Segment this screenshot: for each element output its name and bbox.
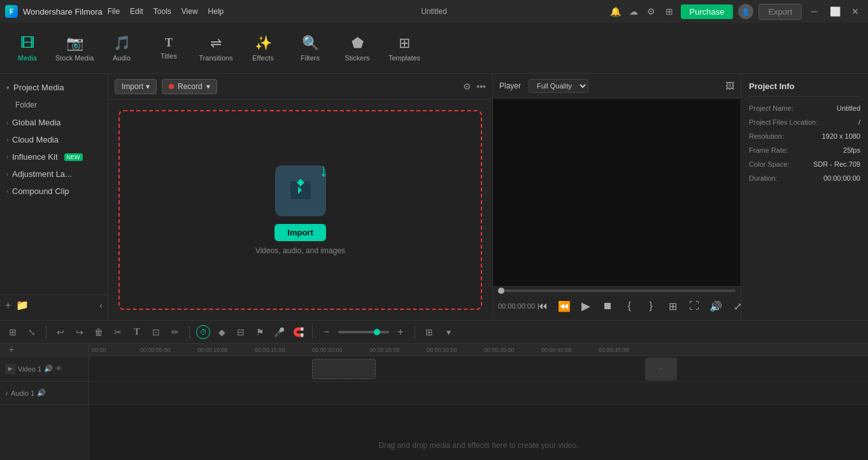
player-tab[interactable]: Player [499, 81, 521, 90]
tool-media[interactable]: 🎞 Media [5, 26, 50, 71]
settings-icon[interactable]: ⚙ [645, 5, 658, 18]
zoom-in-button[interactable]: + [393, 324, 408, 340]
tool-stickers[interactable]: ⬟ Stickers [335, 26, 380, 71]
project-name-value: Untitled [837, 104, 860, 112]
titlebar-right: 🔔 ☁ ⚙ ⊞ Purchase 👤 Export ─ ⬜ ✕ [609, 4, 864, 20]
tool-transitions[interactable]: ⇌ Transitions [194, 26, 238, 71]
sidebar-item-compound-clip[interactable]: › Compound Clip [0, 183, 108, 200]
more-options-button[interactable]: ▾ [441, 324, 456, 340]
sidebar-item-global-media[interactable]: › Global Media [0, 114, 108, 131]
menu-edit[interactable]: Edit [130, 7, 143, 16]
record-audio-button[interactable]: 🎤 [271, 324, 287, 340]
media-drop-area[interactable]: ↓ Import Videos, audio, and images [118, 110, 482, 310]
tool-stock-media[interactable]: 📷 Stock Media [52, 26, 97, 71]
ruler-mark-0: 00:00 [92, 347, 106, 353]
tool-templates[interactable]: ⊞ Templates [382, 26, 427, 71]
sidebar: ▾ Project Media Folder › Global Media › … [0, 74, 108, 320]
stickers-icon: ⬟ [352, 35, 364, 52]
menu-help[interactable]: Help [208, 7, 224, 16]
delete-button[interactable]: 🗑 [91, 324, 106, 340]
progress-bar[interactable] [498, 289, 736, 292]
profile-avatar[interactable]: 👤 [738, 4, 753, 19]
timeline-toolbar: ⊞ ⤡ ↩ ↪ 🗑 ✂ T ⊡ ✏ ⏱ ◆ ⊟ ⚑ 🎤 🧲 − + ⊞ ▾ [0, 321, 868, 344]
progress-handle[interactable] [498, 288, 504, 294]
zoom-out-button[interactable]: − [319, 324, 334, 340]
marker-button[interactable]: ⚑ [252, 324, 267, 340]
video1-thumb: ▶ [5, 364, 15, 374]
import-media-button[interactable]: Import [274, 224, 325, 241]
skip-back-button[interactable]: ⏮ [535, 298, 550, 314]
more-icon[interactable]: ••• [476, 81, 486, 92]
video1-eye-icon[interactable]: 👁 [55, 365, 62, 373]
play-button[interactable]: ▶ [578, 298, 594, 314]
ruler-mark-6: 00:00:30:00 [427, 347, 457, 353]
add-folder-icon[interactable]: + [5, 300, 11, 311]
text-button[interactable]: T [129, 324, 145, 340]
undo-button[interactable]: ↩ [53, 324, 68, 340]
menu-view[interactable]: View [181, 7, 198, 16]
mark-in-button[interactable]: { [622, 298, 637, 314]
cloud-icon[interactable]: ☁ [627, 5, 640, 18]
filmora-logo-icon [288, 176, 313, 206]
sidebar-item-adjustment[interactable]: › Adjustment La... [0, 165, 108, 183]
stop-button[interactable]: ⏹ [600, 298, 615, 314]
sidebar-item-folder[interactable]: Folder [0, 96, 108, 114]
tool-filters[interactable]: 🔍 Filters [288, 26, 332, 71]
crop-button[interactable]: ⊡ [148, 324, 164, 340]
video1-track[interactable]: + [89, 356, 868, 382]
export-button[interactable]: Export [758, 4, 802, 20]
purchase-button[interactable]: Purchase [681, 4, 734, 19]
maximize-button[interactable]: ⬜ [827, 4, 843, 19]
minimize-button[interactable]: ─ [807, 4, 822, 19]
add-video-track-button[interactable]: + [5, 344, 18, 356]
fullscreen-button[interactable]: ⛶ [687, 298, 702, 314]
volume-button[interactable]: 🔊 [708, 298, 723, 314]
speed-button[interactable]: ⏱ [196, 325, 210, 339]
menu-file[interactable]: File [108, 7, 120, 16]
scene-view-button[interactable]: ⊞ [5, 324, 20, 340]
record-dropdown[interactable]: Record ▾ [162, 79, 217, 94]
sidebar-item-cloud-media[interactable]: › Cloud Media [0, 131, 108, 148]
split-button2[interactable]: ⊟ [233, 324, 248, 340]
menu-tools[interactable]: Tools [153, 7, 171, 16]
select-tool-button[interactable]: ⤡ [24, 324, 39, 340]
close-button[interactable]: ✕ [848, 4, 863, 19]
new-badge: NEW [64, 153, 83, 161]
mark-out-button[interactable]: } [643, 298, 658, 314]
tool-effects[interactable]: ✨ Effects [241, 26, 285, 71]
filter-icon[interactable]: ⚙ [463, 81, 471, 92]
edit-button[interactable]: ✏ [167, 324, 183, 340]
drag-drop-hint: Drag and drop media and effects here to … [379, 441, 579, 450]
chevron-right-icon: › [6, 120, 8, 126]
apps-icon[interactable]: ⊞ [663, 5, 676, 18]
quality-select[interactable]: Full Quality [529, 79, 588, 93]
folder-icon[interactable]: 📁 [16, 299, 29, 311]
keyframe-button[interactable]: ◆ [214, 324, 229, 340]
collapse-sidebar-icon[interactable]: ‹ [99, 300, 103, 310]
grid-view-button[interactable]: ⊞ [422, 324, 437, 340]
split-button[interactable]: ⊞ [665, 298, 680, 314]
duration-label: Duration: [749, 174, 778, 182]
audio1-track[interactable] [89, 382, 868, 405]
zoom-slider[interactable] [338, 331, 389, 333]
step-back-button[interactable]: ⏪ [557, 298, 572, 314]
info-panel-title: Project Info [749, 81, 860, 97]
cut-button[interactable]: ✂ [110, 324, 125, 340]
image-preview-icon[interactable]: 🖼 [725, 81, 734, 91]
tool-audio[interactable]: 🎵 Audio [99, 26, 144, 71]
timeline-ruler[interactable]: 00:00 00:00:05:00 00:00:10:00 00:00:15:0… [89, 344, 868, 356]
tool-titles[interactable]: T Titles [146, 26, 191, 71]
notifications-icon[interactable]: 🔔 [609, 5, 622, 18]
sidebar-item-influence-kit[interactable]: › Influence Kit NEW [0, 148, 108, 165]
import-dropdown[interactable]: Import ▾ [115, 79, 157, 94]
ruler-mark-4: 00:00:20:00 [312, 347, 343, 353]
snap-button[interactable]: 🧲 [290, 324, 306, 340]
toolbar-divider3 [312, 326, 313, 338]
color-space-label: Color Space: [749, 160, 790, 168]
audio1-volume-icon[interactable]: 🔊 [37, 389, 46, 397]
video1-volume-icon[interactable]: 🔊 [44, 365, 53, 373]
import-arrow-icon: ↓ [320, 160, 329, 181]
redo-button[interactable]: ↪ [72, 324, 87, 340]
project-media-header[interactable]: ▾ Project Media [0, 79, 108, 96]
ghost-clip [312, 359, 376, 379]
